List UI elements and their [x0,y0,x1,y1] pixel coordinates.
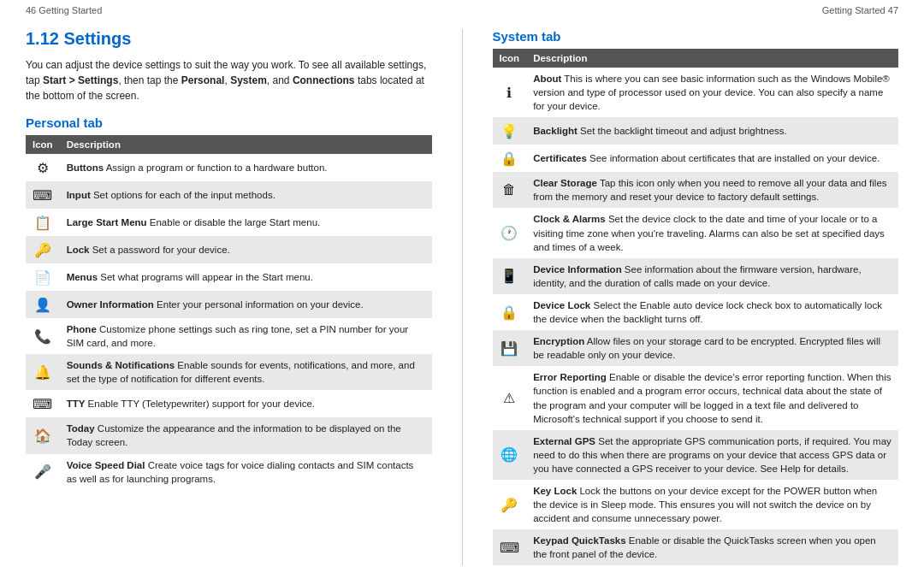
settings-icon: 🎤 [33,463,52,481]
system-table-row: 📱Device Information See information abou… [493,258,899,294]
system-row-bold-label: Encryption [533,336,584,346]
personal-row-desc-text: Set what programs will appear in the Sta… [98,272,313,282]
system-table-row: 🔒Device Lock Select the Enable auto devi… [493,294,899,330]
settings-icon: 💾 [500,339,518,357]
personal-row-icon: 🏠 [26,417,60,453]
intro-bold-4: Connections [293,74,355,86]
system-table-row: 💡Backlight Set the backlight timeout and… [493,117,899,145]
system-row-bold-label: Certificates [533,153,587,163]
system-row-bold-label: Clear Storage [533,178,597,188]
system-table: Icon Description ℹAbout This is where yo… [493,49,899,565]
personal-table-row: ⌨TTY Enable TTY (Teletypewriter) support… [26,390,432,417]
system-row-bold-label: Device Lock [533,300,590,310]
intro-bold-3: System [230,74,267,86]
personal-col-icon: Icon [26,135,60,154]
intro-paragraph: You can adjust the device settings to su… [26,57,432,103]
system-table-row: ⚠Error Reporting Enable or disable the d… [493,366,899,429]
personal-tab-title: Personal tab [26,115,432,130]
system-table-row: 🔒Certificates See information about cert… [493,145,899,172]
system-table-row: 🔑Key Lock Lock the buttons on your devic… [493,480,899,529]
personal-table-row: 🏠Today Customize the appearance and the … [26,417,432,453]
system-row-bold-label: Clock & Alarms [533,214,606,224]
intro-bold-1: Start > Settings [43,74,118,86]
system-row-icon: 📱 [493,258,527,294]
settings-icon: ⚙ [33,158,52,177]
system-row-bold-label: Key Lock [533,486,577,496]
settings-icon: 👤 [33,295,52,314]
system-row-icon: 🌐 [493,430,527,480]
system-row-desc: Device Lock Select the Enable auto devic… [526,294,898,330]
personal-row-icon: 🎤 [26,454,60,490]
system-row-desc: Key Lock Lock the buttons on your device… [526,480,898,529]
personal-row-bold-label: Voice Speed Dial [67,460,145,470]
system-row-icon: 💡 [493,117,527,145]
settings-icon: 🔒 [500,303,518,322]
personal-table: Icon Description ⚙Buttons Assign a progr… [26,135,432,490]
personal-row-icon: ⌨ [26,181,60,209]
personal-row-icon: ⚙ [26,154,60,181]
right-column: System tab Icon Description ℹAbout This … [493,29,899,565]
personal-row-bold-label: Sounds & Notifications [67,360,175,370]
system-row-desc: About This is where you can see basic in… [526,68,898,117]
content-wrapper: 1.12 Settings You can adjust the device … [0,21,924,567]
page-number-left: 46 Getting Started [26,5,102,15]
intro-text-4: , and [267,74,293,86]
system-row-desc: External GPS Set the appropriate GPS com… [526,430,898,480]
settings-icon: ⌨ [33,186,52,204]
system-col-icon: Icon [493,49,527,68]
personal-row-desc: Owner Information Enter your personal in… [60,291,432,318]
personal-row-desc-text: Customize the appearance and the informa… [67,423,401,447]
page-number-right: Getting Started 47 [822,5,898,15]
settings-icon: ⚠ [500,389,518,408]
personal-row-desc: Menus Set what programs will appear in t… [60,263,432,291]
system-table-row: 🌐External GPS Set the appropriate GPS co… [493,430,899,480]
personal-row-icon: 📞 [26,318,60,354]
system-row-desc-text: Set the backlight timeout and adjust bri… [578,126,787,136]
personal-row-bold-label: Menus [67,272,98,282]
personal-row-desc: Voice Speed Dial Create voice tags for v… [60,454,432,490]
system-table-row: 🗑Clear Storage Tap this icon only when y… [493,172,899,208]
column-divider [462,29,463,565]
system-row-bold-label: External GPS [533,436,595,446]
personal-row-bold-label: Phone [67,324,97,334]
personal-row-desc-text: Enter your personal information on your … [154,299,364,310]
personal-row-desc: Lock Set a password for your device. [60,236,432,263]
settings-icon: ℹ [500,83,518,102]
personal-col-desc: Description [60,135,432,154]
personal-row-bold-label: Lock [67,245,90,255]
system-row-desc: Backlight Set the backlight timeout and … [526,117,898,145]
personal-row-desc: Input Set options for each of the input … [60,181,432,209]
personal-table-row: 📋Large Start Menu Enable or disable the … [26,209,432,236]
settings-icon: 🕐 [500,224,518,243]
personal-table-row: 📄Menus Set what programs will appear in … [26,263,432,291]
system-row-desc-text: This is where you can see basic informat… [533,74,890,111]
intro-bold-2: Personal [181,74,225,86]
system-table-row: ⌨Keypad QuickTasks Enable or disable the… [493,529,899,565]
settings-icon: 🗑 [500,180,518,199]
personal-row-desc: TTY Enable TTY (Teletypewriter) support … [60,390,432,417]
system-row-icon: ⌨ [493,529,527,565]
personal-row-bold-label: Owner Information [67,299,154,310]
system-row-desc-text: See information about certificates that … [587,153,880,163]
personal-table-row: 📞Phone Customize phone settings such as … [26,318,432,354]
system-row-icon: 🔒 [493,145,527,172]
system-row-icon: 💾 [493,330,527,366]
personal-row-icon: 🔔 [26,354,60,390]
settings-icon: 🔒 [500,149,518,168]
settings-icon: 📋 [33,213,52,232]
personal-table-row: ⌨Input Set options for each of the input… [26,181,432,209]
system-row-desc: Clear Storage Tap this icon only when yo… [526,172,898,208]
system-row-bold-label: About [533,74,561,84]
settings-icon: 📱 [500,267,518,286]
personal-table-row: ⚙Buttons Assign a program or function to… [26,154,432,181]
personal-row-icon: 📋 [26,209,60,236]
personal-table-row: 🔔Sounds & Notifications Enable sounds fo… [26,354,432,390]
personal-row-icon: 📄 [26,263,60,291]
personal-row-icon: 🔑 [26,236,60,263]
system-row-icon: 🕐 [493,208,527,257]
system-row-desc: Certificates See information about certi… [526,145,898,172]
personal-row-bold-label: Large Start Menu [67,217,147,227]
personal-row-desc: Sounds & Notifications Enable sounds for… [60,354,432,390]
system-row-bold-label: Keypad QuickTasks [533,535,625,546]
system-row-icon: 🗑 [493,172,527,208]
